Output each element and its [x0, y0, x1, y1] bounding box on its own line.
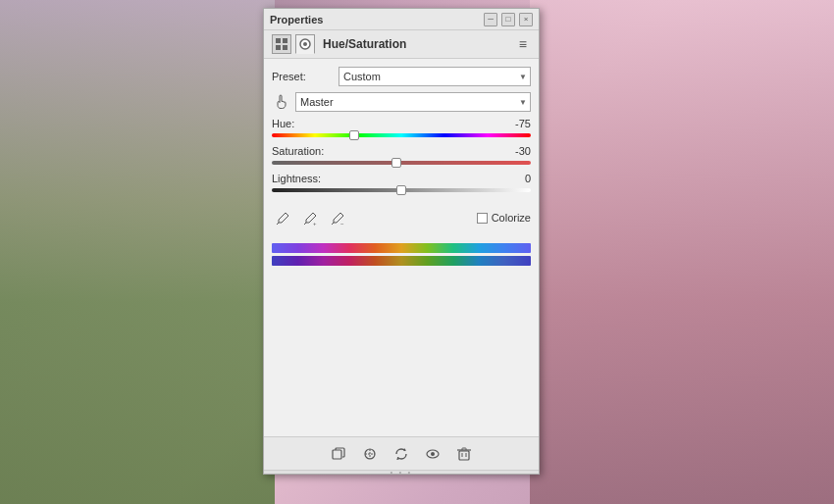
- panel-title-bar-text: Properties: [270, 14, 323, 25]
- lightness-slider-thumb[interactable]: [396, 185, 406, 195]
- eyedropper-minus-button[interactable]: −: [327, 208, 348, 229]
- tab-properties[interactable]: [295, 34, 315, 54]
- hue-label: Hue:: [272, 118, 294, 129]
- preset-select[interactable]: Custom: [339, 67, 531, 86]
- preset-label: Preset:: [272, 71, 339, 82]
- channel-select-wrapper: Master ▼: [295, 92, 531, 112]
- colorize-checkbox[interactable]: [477, 213, 488, 224]
- saturation-section: Saturation: -30: [272, 145, 531, 167]
- hue-slider-track[interactable]: [272, 131, 531, 139]
- hue-header: Hue: -75: [272, 118, 531, 129]
- svg-marker-13: [404, 448, 407, 451]
- preset-select-wrapper: Custom ▼: [339, 67, 531, 86]
- svg-point-16: [431, 452, 435, 456]
- svg-rect-17: [459, 451, 469, 460]
- clip-button[interactable]: [359, 443, 381, 465]
- svg-rect-2: [276, 45, 281, 50]
- panel-section-title: Hue/Saturation: [323, 37, 406, 51]
- reset-button[interactable]: [391, 443, 412, 465]
- panel-tabs: [272, 34, 315, 54]
- svg-text:−: −: [340, 221, 344, 226]
- lightness-header: Lightness: 0: [272, 173, 531, 184]
- color-bars: [272, 243, 531, 266]
- channel-select[interactable]: Master: [295, 92, 531, 112]
- minimize-button[interactable]: ─: [484, 13, 497, 26]
- svg-rect-11: [333, 450, 341, 459]
- properties-panel: Properties ─ □ ×: [263, 8, 540, 475]
- tools-colorize-row: + − Colorize: [272, 200, 531, 235]
- lightness-slider-track[interactable]: [272, 186, 531, 194]
- svg-rect-0: [276, 38, 281, 43]
- lightness-section: Lightness: 0: [272, 173, 531, 194]
- smart-object-button[interactable]: [328, 443, 349, 465]
- colorize-row: Colorize: [477, 212, 531, 224]
- delete-button[interactable]: [453, 443, 475, 465]
- saturation-slider-bg: [272, 161, 531, 165]
- drag-dots: • • •: [391, 468, 413, 477]
- saturation-label: Saturation:: [272, 145, 324, 157]
- saturation-slider-thumb[interactable]: [391, 158, 401, 168]
- panel-content: Preset: Custom ▼ Master ▼: [264, 59, 539, 436]
- hue-slider-thumb[interactable]: [349, 130, 359, 140]
- visibility-button[interactable]: [422, 443, 443, 465]
- result-bar: [272, 256, 531, 266]
- eyedropper-tools: + −: [272, 208, 348, 229]
- svg-rect-1: [283, 38, 287, 43]
- svg-line-9: [332, 223, 334, 225]
- hue-section: Hue: -75: [272, 118, 531, 139]
- title-bar-controls: ─ □ ×: [484, 13, 533, 26]
- eyedropper-plus-button[interactable]: +: [299, 208, 321, 229]
- lightness-label: Lightness:: [272, 173, 321, 184]
- saturation-slider-track[interactable]: [272, 159, 531, 167]
- hue-value: -75: [501, 118, 531, 129]
- panel-header: Hue/Saturation ≡: [264, 30, 539, 59]
- panel-drag-handle[interactable]: • • •: [264, 470, 539, 474]
- colorize-label: Colorize: [492, 212, 531, 224]
- saturation-value: -30: [501, 145, 531, 157]
- panel-menu-button[interactable]: ≡: [515, 34, 531, 54]
- svg-line-6: [277, 223, 279, 225]
- svg-text:+: +: [313, 221, 317, 226]
- hue-rainbow-bar: [272, 243, 531, 253]
- preset-row: Preset: Custom ▼: [272, 67, 531, 86]
- channel-row: Master ▼: [272, 92, 531, 112]
- lightness-value: 0: [501, 173, 531, 184]
- hand-icon: [272, 92, 291, 112]
- tab-layers[interactable]: [272, 34, 291, 54]
- svg-rect-3: [283, 45, 287, 50]
- saturation-header: Saturation: -30: [272, 145, 531, 157]
- maximize-button[interactable]: □: [501, 13, 515, 26]
- eyedropper-button[interactable]: [272, 208, 293, 229]
- svg-point-5: [303, 42, 307, 46]
- hue-slider-bg: [272, 133, 531, 137]
- close-button[interactable]: ×: [519, 13, 533, 26]
- title-bar: Properties ─ □ ×: [264, 9, 539, 30]
- svg-line-7: [304, 223, 306, 225]
- bottom-toolbar: [264, 436, 539, 470]
